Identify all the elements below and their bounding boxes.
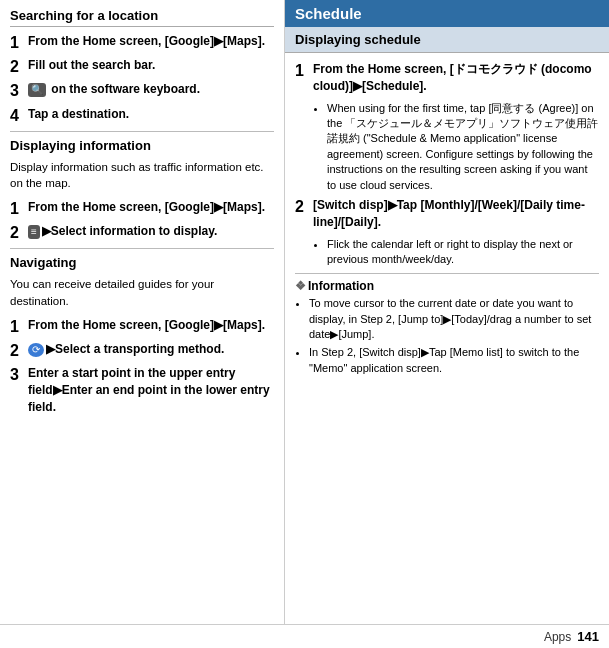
r-step-text-2: [Switch disp]▶Tap [Monthly]/[Week]/[Dail… xyxy=(313,197,599,231)
r-step-2-bullets: Flick the calendar left or right to disp… xyxy=(295,237,599,268)
r-step-1-bullet-1: When using for the first time, tap [同意する… xyxy=(327,101,599,193)
step-2-nav: 2 ⟳▶Select a transporting method. xyxy=(10,341,274,360)
left-column: Searching for a location 1 From the Home… xyxy=(0,0,285,624)
page-container: Searching for a location 1 From the Home… xyxy=(0,0,609,624)
step-1-nav: 1 From the Home screen, [Google]▶[Maps]. xyxy=(10,317,274,336)
r-step-text-1: From the Home screen, [ドコモクラウド (docomo c… xyxy=(313,61,599,95)
step-text-n3: Enter a start point in the upper entry f… xyxy=(28,365,274,415)
step-text-1: From the Home screen, [Google]▶[Maps]. xyxy=(28,33,274,50)
step-4-searching: 4 Tap a destination. xyxy=(10,106,274,125)
step-2-searching: 2 Fill out the search bar. xyxy=(10,57,274,76)
step-1-displaying: 1 From the Home screen, [Google]▶[Maps]. xyxy=(10,199,274,218)
r-step-1-bullets: When using for the first time, tap [同意する… xyxy=(295,101,599,193)
apps-label: Apps xyxy=(544,630,571,644)
step-text-2: Fill out the search bar. xyxy=(28,57,274,74)
section-title-displaying-info: Displaying information xyxy=(10,138,274,153)
search-icon: 🔍 xyxy=(28,83,46,97)
navigating-para: You can receive detailed guides for your… xyxy=(10,276,274,309)
step-num-2: 2 xyxy=(10,57,28,76)
displaying-info-para: Display information such as traffic info… xyxy=(10,159,274,192)
displaying-schedule-subheader: Displaying schedule xyxy=(285,27,609,53)
step-num-n2: 2 xyxy=(10,341,28,360)
right-column: Schedule Displaying schedule 1 From the … xyxy=(285,0,609,624)
right-content: 1 From the Home screen, [ドコモクラウド (docomo… xyxy=(285,53,609,387)
step-text-3: 🔍 on the software keyboard. xyxy=(28,81,274,98)
schedule-header: Schedule xyxy=(285,0,609,27)
section-displaying-info: Displaying information Display informati… xyxy=(10,138,274,243)
information-list: To move cursor to the current date or da… xyxy=(295,296,599,376)
step-num-3: 3 xyxy=(10,81,28,100)
section-searching: Searching for a location 1 From the Home… xyxy=(10,8,274,125)
step-text-d2: ≡▶Select information to display. xyxy=(28,223,274,240)
r-step-num-2: 2 xyxy=(295,197,313,216)
divider-1 xyxy=(10,131,274,132)
step-num-1: 1 xyxy=(10,33,28,52)
nav-icon: ⟳ xyxy=(28,343,44,357)
r-step-2-bullet-1: Flick the calendar left or right to disp… xyxy=(327,237,599,268)
step-text-n1: From the Home screen, [Google]▶[Maps]. xyxy=(28,317,274,334)
information-box: Information To move cursor to the curren… xyxy=(295,273,599,376)
step-num-4: 4 xyxy=(10,106,28,125)
step-num-n3: 3 xyxy=(10,365,28,384)
step-2-displaying: 2 ≡▶Select information to display. xyxy=(10,223,274,242)
r-step-2: 2 [Switch disp]▶Tap [Monthly]/[Week]/[Da… xyxy=(295,197,599,231)
divider-2 xyxy=(10,248,274,249)
step-num-d1: 1 xyxy=(10,199,28,218)
step-text-d1: From the Home screen, [Google]▶[Maps]. xyxy=(28,199,274,216)
menu-icon: ≡ xyxy=(28,225,40,239)
step-3-searching: 3 🔍 on the software keyboard. xyxy=(10,81,274,100)
step-1-searching: 1 From the Home screen, [Google]▶[Maps]. xyxy=(10,33,274,52)
step-text-n2: ⟳▶Select a transporting method. xyxy=(28,341,274,358)
section-title-navigating: Navigating xyxy=(10,255,274,270)
step-num-n1: 1 xyxy=(10,317,28,336)
step-text-4: Tap a destination. xyxy=(28,106,274,123)
information-title: Information xyxy=(295,279,599,293)
section-title-searching: Searching for a location xyxy=(10,8,274,27)
r-step-1: 1 From the Home screen, [ドコモクラウド (docomo… xyxy=(295,61,599,95)
page-number: 141 xyxy=(577,629,599,644)
r-step-num-1: 1 xyxy=(295,61,313,80)
step-3-nav: 3 Enter a start point in the upper entry… xyxy=(10,365,274,415)
step-num-d2: 2 xyxy=(10,223,28,242)
info-item-1: To move cursor to the current date or da… xyxy=(309,296,599,342)
section-navigating: Navigating You can receive detailed guid… xyxy=(10,255,274,415)
info-item-2: In Step 2, [Switch disp]▶Tap [Memo list]… xyxy=(309,345,599,376)
page-footer: Apps 141 xyxy=(0,624,609,648)
